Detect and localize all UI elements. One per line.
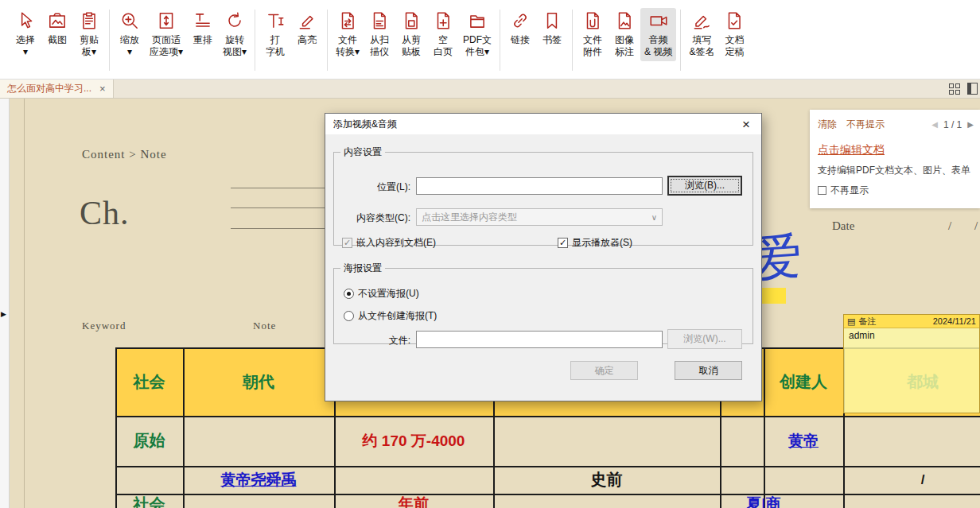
next-page-icon[interactable]: ▶ xyxy=(967,120,974,129)
location-input[interactable] xyxy=(416,177,663,195)
doc-note-label: Note xyxy=(253,320,276,332)
clipboard-icon xyxy=(79,10,99,31)
table-link-cell[interactable]: 黄帝尧舜禹 xyxy=(183,466,334,494)
toolbar-button-link[interactable]: 链接 xyxy=(504,8,536,49)
table-link-cell[interactable]: 黄帝 xyxy=(764,416,843,466)
toolbar-button-reflow[interactable]: 重排 xyxy=(187,8,219,49)
toolbar-button-typewriter[interactable]: 打字机 xyxy=(259,8,291,61)
clear-button[interactable]: 清除 xyxy=(818,118,837,131)
edit-panel-toolbar: 清除 不再提示 ◀ 1 / 1 ▶ xyxy=(818,118,974,131)
doc-date-label: Date xyxy=(832,219,854,233)
dont-show-checkbox[interactable]: 不再显示 xyxy=(818,184,974,197)
embed-content-checkbox[interactable]: ✓ 嵌入内容到文档(E) xyxy=(342,236,436,250)
browse-poster-button[interactable]: 浏览(W)... xyxy=(667,329,742,349)
dialog-title: 添加视频&音频 xyxy=(333,118,397,131)
toolbar-button-label: 音频& 视频 xyxy=(644,34,672,58)
note-title: 备注 xyxy=(858,316,876,328)
doc-final-icon xyxy=(724,10,745,31)
toolbar-button-doc-scan[interactable]: 从扫描仪 xyxy=(364,8,395,61)
toolbar-button-label: 旋转视图▾ xyxy=(223,34,247,58)
toolbar-button-fill-sign[interactable]: 填写&签名 xyxy=(685,8,718,61)
checkbox-box xyxy=(818,186,826,195)
toolbar-button-camera[interactable]: 音频& 视频 xyxy=(640,8,676,61)
no-prompt-button[interactable]: 不再提示 xyxy=(846,118,885,131)
toolbar-button-highlight[interactable]: 高亮 xyxy=(291,8,323,49)
toolbar-button-rotate-view[interactable]: 旋转视图▾ xyxy=(219,8,251,61)
toolbar-button-doc-convert[interactable]: 文件转换▾ xyxy=(332,8,364,61)
toolbar-button-clipboard[interactable]: 剪贴板▾ xyxy=(73,8,105,61)
fill-sign-icon xyxy=(691,10,712,31)
no-poster-radio[interactable]: 不设置海报(U) xyxy=(344,287,419,301)
tabbar-icons xyxy=(949,79,980,98)
toolbar-separator xyxy=(327,10,328,71)
show-player-checkbox[interactable]: ✓ 显示播放器(S) xyxy=(558,236,632,250)
toolbar-button-doc-final[interactable]: 文档定稿 xyxy=(718,8,750,61)
toolbar-button-bookmark[interactable]: 书签 xyxy=(536,8,568,49)
doc-chapter: Ch. xyxy=(80,194,130,232)
toolbar-button-label: 填写&签名 xyxy=(689,34,714,58)
content-type-select[interactable]: 点击这里选择内容类型 ∨ xyxy=(416,208,663,226)
sticky-note-annotation[interactable]: ▤ 备注 2024/11/21 admin xyxy=(843,314,980,413)
table-link-cell[interactable]: 夏|商 xyxy=(720,494,807,508)
doc-blank-icon xyxy=(433,10,453,31)
screenshot-icon xyxy=(47,10,68,31)
select-cursor-icon xyxy=(15,10,36,31)
content-type-placeholder: 点击这里选择内容类型 xyxy=(422,211,517,224)
toolbar-button-label: 打字机 xyxy=(266,34,285,58)
edit-hint-panel: 清除 不再提示 ◀ 1 / 1 ▶ 点击编辑文档 支持编辑PDF文档文本、图片、… xyxy=(810,110,980,208)
panel-expander-arrow[interactable]: ▶ xyxy=(1,310,6,318)
table-cell: 约 170 万-4000 xyxy=(334,416,493,466)
toolbar-button-doc-attach[interactable]: 文件附件 xyxy=(577,8,609,61)
prev-page-icon[interactable]: ◀ xyxy=(931,120,938,129)
toolbar-button-label: 从剪贴板 xyxy=(402,34,421,58)
toolbar-button-label: 书签 xyxy=(542,34,562,46)
cancel-button[interactable]: 取消 xyxy=(675,361,742,380)
toolbar-button-doc-image[interactable]: 图像标注 xyxy=(609,8,640,61)
side-panel-icon[interactable] xyxy=(967,83,978,95)
doc-convert-icon xyxy=(337,10,358,31)
toolbar-button-fit-page[interactable]: 页面适应选项▾ xyxy=(146,8,187,61)
doc-package-icon xyxy=(467,10,488,31)
toolbar-button-doc-paste[interactable]: 从剪贴板 xyxy=(395,8,427,61)
toolbar-separator xyxy=(572,10,573,71)
note-body[interactable]: admin xyxy=(844,328,979,413)
table-cell: 史前 xyxy=(493,466,720,494)
poster-file-input[interactable] xyxy=(416,331,663,348)
toolbar-button-label: 链接 xyxy=(511,34,530,46)
document-tab[interactable]: 怎么面对高中学习... × xyxy=(0,79,114,98)
note-author: admin xyxy=(849,330,875,341)
page-margin-line xyxy=(24,99,25,508)
table-line xyxy=(115,416,980,417)
toolbar-button-zoom[interactable]: 缩放▾ xyxy=(114,8,146,61)
toolbar-button-label: 空白页 xyxy=(434,34,453,58)
ok-button[interactable]: 确定 xyxy=(570,361,638,380)
toolbar-button-doc-package[interactable]: PDF文件包▾ xyxy=(459,8,496,61)
toolbar-button-label: 高亮 xyxy=(298,34,317,46)
thumbnail-view-icon[interactable] xyxy=(949,83,960,95)
poster-from-file-radio[interactable]: 从文件创建海报(T) xyxy=(344,309,437,323)
edit-document-link[interactable]: 点击编辑文档 xyxy=(818,143,974,157)
content-settings-group: 内容设置 位置(L): 浏览(B)... 内容类型(C): 点击这里选择内容类型… xyxy=(333,145,753,246)
tab-close-icon[interactable]: × xyxy=(99,83,106,95)
document-area: Content > Note Ch. Date / / 爱 Keyword No… xyxy=(0,99,980,508)
toolbar-button-label: 从扫描仪 xyxy=(370,34,389,58)
toolbar-button-select-cursor[interactable]: 选择▾ xyxy=(10,8,41,61)
toolbar-button-screenshot[interactable]: 截图 xyxy=(41,8,73,49)
reflow-icon xyxy=(192,10,213,31)
toolbar-button-label: 选择▾ xyxy=(16,34,35,58)
toolbar-button-doc-blank[interactable]: 空白页 xyxy=(427,8,459,61)
sticky-note-header: ▤ 备注 2024/11/21 xyxy=(844,315,979,328)
add-media-dialog: 添加视频&音频 × 内容设置 位置(L): 浏览(B)... 内容类型(C): … xyxy=(325,113,762,401)
browse-location-button[interactable]: 浏览(B)... xyxy=(667,176,742,196)
page-indicator: 1 / 1 xyxy=(943,119,962,130)
toolbar-button-label: 文件转换▾ xyxy=(336,34,360,58)
checkbox-box: ✓ xyxy=(558,238,568,248)
checkbox-label: 嵌入内容到文档(E) xyxy=(356,236,436,250)
dialog-close-icon[interactable]: × xyxy=(739,118,753,131)
link-icon xyxy=(510,10,531,31)
toolbar-button-label: 缩放▾ xyxy=(120,34,139,58)
toolbar-button-label: 截图 xyxy=(48,34,67,46)
toolbar-button-label: 剪贴板▾ xyxy=(80,34,99,58)
typewriter-icon xyxy=(265,10,286,31)
edit-panel-description: 支持编辑PDF文档文本、图片、表单 xyxy=(818,164,974,177)
